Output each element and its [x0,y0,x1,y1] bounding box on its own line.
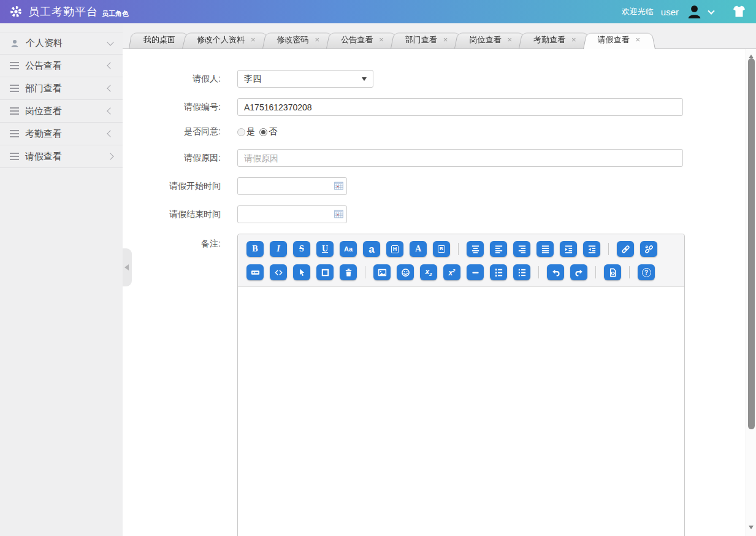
collapse-left-icon [123,264,129,270]
editor-help-button[interactable]: ? [638,264,655,280]
editor-trash-button[interactable] [340,264,357,280]
sidebar-item-label: 部门查看 [25,83,108,94]
scroll-down-icon[interactable] [749,526,754,532]
chevron-left-icon [107,85,113,91]
content-panel: 请假人: 李四 请假编号: 是否同意: 是 否 [123,49,756,536]
editor-code-button[interactable] [270,264,287,280]
editor-underline-button[interactable]: U [316,241,334,257]
tab-bar: 我的桌面修改个人资料×修改密码×公告查看×部门查看×岗位查看×考勤查看×请假查看… [123,23,756,49]
editor-toolbar-row: x2x2? [246,264,676,280]
tab-close-icon[interactable]: × [636,35,641,44]
menu-icon [10,62,19,69]
avatar[interactable] [686,4,703,20]
toolbar-separator [458,243,459,255]
editor-cursor-button[interactable] [293,264,310,280]
editor-font-name-button[interactable]: Aa [340,241,357,257]
editor-label-button[interactable] [246,264,264,280]
editor-superscript-button[interactable]: x2 [443,264,460,280]
editor-link-button[interactable] [617,241,634,257]
tab-close-icon[interactable]: × [507,35,512,44]
editor-align-center-button[interactable] [467,241,484,257]
editor-italic-button[interactable]: I [270,241,287,257]
scrollbar-thumb[interactable] [748,58,755,429]
tab-close-icon[interactable]: × [251,35,256,44]
editor-checkbox-button[interactable] [316,264,334,280]
tab[interactable]: 修改密码× [262,31,335,48]
reason-input[interactable] [237,149,683,167]
tab-close-icon[interactable]: × [443,35,448,44]
editor-align-right-button[interactable] [513,241,530,257]
calendar-icon[interactable] [334,182,343,190]
tab[interactable]: 部门查看× [391,31,463,48]
editor-undo-button[interactable] [547,264,564,280]
chevron-down-icon[interactable] [708,7,714,14]
editor-source-code-button[interactable] [604,264,621,280]
end-time-label: 请假结束时间 [123,209,221,220]
sidebar-item[interactable]: 考勤查看 [0,123,123,145]
tab[interactable]: 请假查看× [583,31,655,48]
editor-unlink-button[interactable] [640,241,657,257]
tab[interactable]: 岗位查看× [454,31,527,48]
editor-ordered-list-button[interactable] [490,264,507,280]
tab[interactable]: 我的桌面 [129,31,190,48]
editor-align-left-button[interactable] [490,241,507,257]
leave-person-select[interactable]: 李四 [237,70,373,88]
radio-icon [237,128,245,136]
scroll-up-icon[interactable] [749,52,754,58]
sidebar-collapse-handle[interactable] [123,248,132,286]
tab[interactable]: 修改个人资料× [182,31,270,48]
editor-heading-button[interactable]: H [386,241,403,257]
tab-close-icon[interactable]: × [315,35,320,44]
editor-unordered-list-button[interactable] [513,264,530,280]
tab-label: 修改个人资料 [197,35,245,44]
editor-fore-color-button[interactable]: A [410,241,427,257]
sidebar-item[interactable]: 部门查看 [0,77,123,100]
editor-strikethrough-button[interactable]: S [293,241,310,257]
sidebar-item[interactable]: 公告查看 [0,55,123,77]
editor-image-button[interactable] [373,264,391,280]
rich-text-editor: BISUAaaHAB x2x2? [237,234,685,536]
sidebar-item[interactable]: 请假查看 [0,145,123,168]
menu-icon [10,107,19,115]
agree-option-yes[interactable]: 是 [237,126,255,137]
sidebar-item-label: 岗位查看 [25,105,108,117]
leave-no-input[interactable] [237,98,683,116]
editor-redo-button[interactable] [570,264,587,280]
editor-align-justify-button[interactable] [536,241,554,257]
editor-bold-button[interactable]: B [246,241,264,257]
form-row: 请假原因: [123,149,756,167]
form-row: 请假人: 李四 [123,70,756,88]
editor-indent-button[interactable] [560,241,577,257]
tab[interactable]: 考勤查看× [519,31,591,48]
agree-option-no[interactable]: 否 [259,126,277,137]
sidebar-item[interactable]: 个人资料 [0,32,123,55]
main-area: 我的桌面修改个人资料×修改密码×公告查看×部门查看×岗位查看×考勤查看×请假查看… [123,0,756,536]
gear-icon [10,6,22,18]
editor-back-color-button[interactable]: B [433,241,450,257]
start-time-input[interactable] [237,177,347,195]
editor-body[interactable] [238,287,684,536]
toolbar-separator [538,266,539,278]
form-row: 请假编号: [123,98,756,116]
calendar-icon[interactable] [334,210,343,218]
leave-person-label: 请假人: [123,74,221,85]
tab-close-icon[interactable]: × [379,35,384,44]
theme-shirt-icon[interactable] [732,6,746,18]
tab-label: 我的桌面 [143,35,175,44]
editor-outdent-button[interactable] [583,241,600,257]
sidebar-item[interactable]: 岗位查看 [0,100,123,123]
end-time-input[interactable] [237,205,347,223]
editor-emoji-button[interactable] [397,264,414,280]
tab-close-icon[interactable]: × [571,35,576,44]
tab[interactable]: 公告查看× [326,31,399,48]
menu-icon [10,85,19,92]
editor-hr-button[interactable] [467,264,484,280]
chevron-right-icon [107,153,113,159]
chevron-left-icon [107,130,113,137]
editor-subscript-button[interactable]: x2 [420,264,437,280]
remark-label: 备注: [123,239,221,250]
agree-label: 是否同意: [123,126,221,137]
editor-font-size-button[interactable]: a [363,241,380,257]
toolbar-separator [629,266,630,278]
vertical-scrollbar[interactable] [746,49,756,536]
